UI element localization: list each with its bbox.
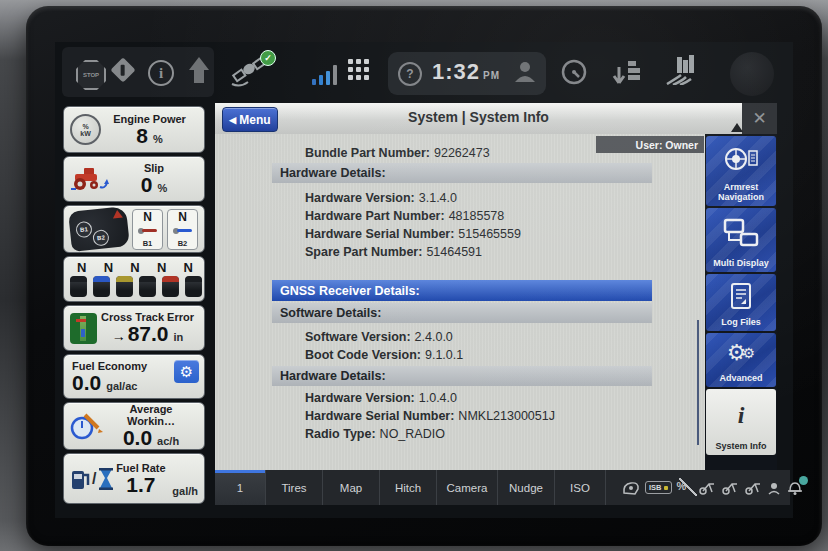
info-label: Software Version:	[305, 330, 411, 344]
scv-joystick-image: B1 B2	[68, 206, 130, 252]
user-icon[interactable]	[512, 59, 538, 87]
slash-glyph	[679, 478, 697, 496]
multi-display-icon	[721, 208, 761, 258]
info-row: Hardware Serial Number:NMKL21300051J	[305, 409, 555, 423]
tab-label: ISO	[570, 482, 590, 494]
close-button[interactable]: ✕	[742, 103, 777, 134]
info-value: 51464591	[426, 245, 482, 259]
data-sync-icon[interactable]	[612, 57, 644, 89]
advanced-gears-icon: ⚙⚙	[727, 333, 755, 373]
hitch-status-icon-2[interactable]	[721, 480, 739, 496]
info-row: Hardware Serial Number:515465559	[305, 227, 521, 241]
field-totals-icon[interactable]	[663, 55, 699, 89]
close-icon: ✕	[752, 108, 766, 129]
widget-cross-track-error[interactable]: Cross Track Error → 87.0 in	[63, 305, 205, 351]
widget-engine-power[interactable]: % kW Engine Power 8 %	[63, 106, 205, 153]
nav-button-log-files[interactable]: Log Files	[706, 274, 776, 331]
signal-bars-icon[interactable]	[312, 63, 340, 85]
widget-unit: %	[153, 133, 163, 145]
tab-nudge[interactable]: Nudge	[498, 470, 555, 505]
tab-label: Tires	[281, 482, 306, 494]
widget-title: Engine Power	[113, 113, 186, 125]
tab-label: Nudge	[509, 482, 543, 494]
info-label: Radio Type:	[305, 427, 376, 441]
help-button[interactable]: ?	[398, 62, 422, 86]
scv-label: B2	[178, 240, 188, 248]
valve-paddle-row	[70, 276, 202, 297]
app-grid-icon[interactable]	[348, 59, 371, 82]
valve-state-row: N N N N N	[77, 261, 195, 274]
info-row: Hardware Part Number:48185578	[305, 209, 504, 223]
valve-paddle-icon	[162, 276, 179, 297]
info-row: Hardware Version:3.1.4.0	[305, 191, 457, 205]
scv-lever-blue-icon	[173, 228, 193, 234]
raise-icon[interactable]	[189, 57, 209, 85]
gps-satellite-icon[interactable]: ✓	[228, 52, 274, 92]
isb-status-badge[interactable]: ISB	[645, 481, 672, 494]
widget-value: 87.0	[128, 323, 169, 345]
info-label: Hardware Serial Number:	[305, 227, 454, 241]
widget-settings-gear-button[interactable]: ⚙	[174, 360, 199, 383]
scrollbar[interactable]	[697, 320, 699, 445]
nav-button-advanced[interactable]: ⚙⚙ Advanced	[706, 333, 776, 387]
tab-iso[interactable]: ISO	[555, 470, 606, 505]
nav-button-multi-display[interactable]: Multi Display	[706, 208, 776, 272]
tab-hitch[interactable]: Hitch	[380, 470, 437, 505]
section-header-gnss-receiver: GNSS Receiver Details:	[272, 280, 652, 301]
tab-map[interactable]: Map	[323, 470, 380, 505]
nav-button-system-info[interactable]: i System Info	[706, 389, 776, 455]
auto-slope-percent-icon[interactable]: %	[677, 480, 693, 496]
scv-state: N	[178, 211, 187, 223]
info-label: Hardware Part Number:	[305, 209, 445, 223]
widget-value: 0.0	[72, 372, 101, 394]
clock-time: 1:32	[432, 59, 480, 84]
info-button[interactable]: i	[148, 60, 174, 86]
widget-value: 8	[136, 125, 148, 147]
hitch-status-icon-1[interactable]	[698, 480, 716, 496]
tab-tires[interactable]: Tires	[266, 470, 323, 505]
menu-button-label: Menu	[239, 113, 270, 127]
nav-button-label: Log Files	[721, 317, 761, 327]
info-row: Radio Type:NO_RADIO	[305, 427, 445, 441]
tab-camera[interactable]: Camera	[437, 470, 498, 505]
system-info-icon: i	[738, 402, 745, 429]
widget-unit: gal/h	[172, 485, 198, 497]
valve-state: N	[157, 261, 166, 274]
slip-tractor-icon	[70, 165, 110, 193]
help-glyph: ?	[406, 67, 413, 81]
widget-average-working[interactable]: Average Workin… 0.0 ac/h	[63, 402, 205, 450]
section-header-label: Software Details:	[280, 306, 381, 320]
menu-button[interactable]: ◀ Menu	[222, 107, 278, 132]
dialog-nav-column: Armrest Navigation Multi Display	[705, 134, 777, 470]
valve-state: N	[104, 261, 113, 274]
tab-label: Map	[340, 482, 362, 494]
isb-dot	[664, 486, 668, 490]
stop-button[interactable]: STOP	[76, 60, 106, 90]
pto-status-icon[interactable]	[767, 480, 781, 495]
cross-track-map-icon	[70, 313, 97, 344]
clock: 1:32PM	[432, 59, 500, 85]
widget-fuel-economy[interactable]: Fuel Economy 0.0 gal/ac ⚙	[63, 354, 205, 399]
info-glyph: i	[159, 65, 163, 82]
photo-of-display: STOP i ✓	[0, 0, 828, 551]
gps-ok-badge: ✓	[260, 50, 276, 66]
widget-value: 0	[141, 174, 153, 196]
hitch-status-icon-3[interactable]	[744, 480, 762, 496]
widget-valve-states[interactable]: N N N N N	[63, 256, 205, 302]
info-label: Hardware Serial Number:	[305, 409, 454, 423]
widget-unit: ac/h	[157, 435, 179, 447]
nav-button-armrest-navigation[interactable]: Armrest Navigation	[706, 136, 776, 206]
fuel-pump-icon	[70, 467, 90, 491]
engine-icon-kw: kW	[80, 130, 91, 137]
performance-gauge-icon[interactable]	[560, 58, 588, 90]
tab-1[interactable]: 1	[215, 470, 266, 505]
valve-state: N	[130, 261, 139, 274]
cab-seat-icon[interactable]	[622, 480, 640, 495]
widget-scv-levers[interactable]: B1 B2 N B1 N B2	[63, 205, 205, 253]
info-value: 9.1.0.1	[425, 348, 463, 362]
notification-bell-icon[interactable]	[786, 478, 806, 498]
power-button[interactable]	[730, 52, 774, 96]
scroll-up-arrow-icon[interactable]	[731, 123, 743, 132]
widget-fuel-rate[interactable]: / Fuel Rate 1.7 gal/h	[63, 453, 205, 504]
widget-slip[interactable]: Slip 0 %	[63, 156, 205, 202]
